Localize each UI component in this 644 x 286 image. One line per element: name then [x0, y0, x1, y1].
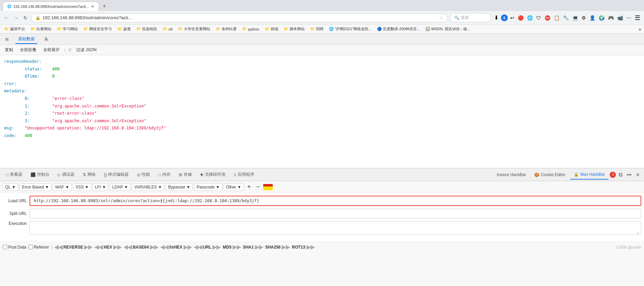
tab-raw-data[interactable]: 原始数据 [15, 35, 37, 44]
bookmark-item[interactable]: 📁招聘 [309, 26, 325, 32]
tab-console[interactable]: ⬛ 控制台 [27, 170, 53, 180]
tab-insane-hackbar[interactable]: Insane HackBar [493, 170, 529, 179]
lfi-dropdown[interactable]: LFI ▼ [93, 183, 108, 191]
bypasser-dropdown[interactable]: Bypasser ▼ [166, 183, 193, 191]
tab-performance[interactable]: ◎ 性能 [133, 170, 153, 180]
nav-icon-3[interactable]: 🌐 [526, 14, 534, 22]
nav-icon-14[interactable]: ⋯ [625, 14, 632, 22]
variables-dropdown[interactable]: VARIABLES ▼ [132, 183, 164, 191]
other-dropdown[interactable]: Other ▼ [224, 183, 244, 191]
bookmark-item[interactable]: 📁ctf [161, 26, 174, 32]
tab-memory[interactable]: □ 内存 [155, 170, 174, 180]
tab-accessibility[interactable]: ✚ 无障碍环境 [197, 170, 229, 180]
base64-item[interactable]: ◀◀ BASE64 ▶▶ [124, 244, 158, 250]
tab-header[interactable]: 头 [42, 35, 51, 44]
tab-debugger[interactable]: ▷ 调试器 [54, 170, 78, 180]
nav-icon-10[interactable]: 👤 [588, 14, 596, 22]
xss-dropdown[interactable]: XSS ▼ [73, 183, 91, 191]
waf-chevron-icon: ▼ [65, 185, 69, 190]
nav-bar: ← → ↻ 🔒 192.168.146.88:8983/solr/admin/c… [0, 11, 644, 25]
profile-icon[interactable]: 6 [501, 14, 508, 21]
sha1-label: SHA1 [243, 245, 254, 250]
nav-icon-5[interactable]: ⛔ [543, 14, 551, 22]
devtools-dock-button[interactable]: ⧉ [617, 170, 624, 179]
status-val: 400 [52, 66, 60, 73]
tab-style-editor[interactable]: {} 样式编辑器 [101, 170, 132, 180]
search-bar[interactable]: 🔍 搜索 [450, 13, 491, 22]
sha256-item[interactable]: SHA256 ▶▶ [265, 244, 290, 250]
sha1-item[interactable]: SHA1 ▶▶ [243, 244, 263, 250]
rot13-item[interactable]: ROT13 ▶▶ [292, 244, 315, 250]
reverse-item[interactable]: ◀◀ REVERSE ▶▶ [54, 244, 92, 250]
nav-icon-12[interactable]: 🎮 [607, 14, 615, 22]
bookmark-item[interactable]: 📁比赛网站 [29, 26, 53, 32]
downloads-icon[interactable]: ⬇ [493, 13, 500, 22]
bookmark-item[interactable]: 📁各种比赛 [214, 26, 238, 32]
bookmark-item[interactable]: 🪟MSDN, 我告诉你 - 做... [424, 26, 471, 32]
bookmark-item[interactable]: 🌐"护网2021"网络攻防... [328, 26, 373, 32]
bookmark-item[interactable]: 📁漏洞平台 [3, 26, 26, 32]
bookmark-item[interactable]: 📁python [241, 26, 261, 32]
nav-icon-8[interactable]: 💻 [571, 14, 579, 22]
json-item-0: 0: "error-class" [4, 95, 640, 103]
devtools-close-button[interactable]: ✕ [634, 171, 641, 179]
add-button[interactable]: + [245, 183, 253, 191]
tab-cookie-editor[interactable]: 🍪 Cookie Editor [531, 170, 569, 179]
tab-application[interactable]: ⁞⁞ 应用程序 [230, 170, 258, 180]
devtools-more-button[interactable]: ••• [625, 171, 633, 179]
bookmark-item[interactable]: 📁前端 [264, 26, 280, 32]
nav-icon-2[interactable]: 🔴 [517, 14, 525, 22]
menu-icon[interactable]: ☰ [634, 13, 641, 23]
bookmark-item[interactable]: 📁学习网站 [56, 26, 79, 32]
bookmark-item[interactable]: 📁应急响应 [135, 26, 159, 32]
bookmark-item[interactable]: 📁渗透 [116, 26, 132, 32]
post-data-checkbox[interactable] [3, 245, 7, 249]
filter-json[interactable]: 过滤 JSON [74, 46, 98, 54]
nav-icon-13[interactable]: 📹 [616, 14, 624, 22]
referrer-checkbox[interactable] [28, 245, 33, 249]
md5-item[interactable]: MD5 ▶▶ [223, 244, 241, 250]
nav-icon-7[interactable]: 🔧 [562, 14, 570, 22]
tab-bar: 🌐 192.168.146.88:8983/solr/admin/cores?a… [0, 0, 644, 11]
back-button[interactable]: ← [3, 14, 10, 22]
collapse-all-button[interactable]: 全部折叠 [18, 46, 38, 54]
waf-dropdown[interactable]: WAF ▼ [53, 183, 72, 191]
tab-storage[interactable]: ⊞ 存储 [175, 170, 195, 180]
nav-icon-6[interactable]: 📋 [553, 14, 561, 22]
address-bar[interactable]: 🔒 192.168.146.88:8983/solr/admin/cores?a… [31, 13, 448, 22]
tab-max-hackbar[interactable]: 🔒 Max HackBar [570, 170, 608, 180]
sql-dropdown[interactable]: QL ▼ [3, 183, 18, 191]
flag-icon[interactable] [263, 184, 273, 190]
remove-button[interactable]: − [254, 183, 262, 191]
more-bookmarks-icon[interactable]: » [639, 26, 641, 32]
split-url-field[interactable] [30, 209, 641, 218]
refresh-button[interactable]: ↻ [22, 14, 29, 22]
bookmark-item[interactable]: 📁网络安全学习 [82, 26, 113, 32]
tab-n[interactable]: N [3, 36, 11, 43]
expand-all-button[interactable]: 全部展开 [41, 46, 62, 54]
nav-icon-4[interactable]: 🛡 [535, 14, 542, 22]
oxhex-item[interactable]: ◀◀ 0xHEX ▶▶ [160, 244, 192, 250]
base64-left-arrow-icon: ◀◀ [124, 244, 132, 250]
bookmark-item[interactable]: 🔵百度翻译-200种语言... [376, 26, 421, 32]
post-data-label: Post Data [8, 245, 26, 250]
ldap-dropdown[interactable]: LDAP ▼ [110, 183, 130, 191]
nav-icon-9[interactable]: ⚙ [581, 14, 587, 22]
browser-tab[interactable]: 🌐 192.168.146.88:8983/solr/admin/cores?a… [3, 2, 99, 11]
bookmark-item[interactable]: 📁大学生竞赛网站 [177, 26, 212, 32]
hex-item[interactable]: ◀◀ HEX ▶▶ [94, 244, 121, 250]
load-url-input[interactable] [30, 196, 641, 206]
nav-icon-11[interactable]: 🌍 [598, 14, 606, 22]
execution-input[interactable] [30, 221, 641, 235]
nav-icon-1[interactable]: ↩ [509, 14, 515, 22]
inspector-icon: □ [6, 172, 9, 177]
copy-button[interactable]: 复制 [3, 46, 15, 54]
url-item[interactable]: ◀◀ URL ▶▶ [194, 244, 221, 250]
passcode-dropdown[interactable]: Passcode ▼ [194, 183, 222, 191]
tab-inspector[interactable]: □ 查看器 [3, 170, 26, 180]
forward-button[interactable]: → [12, 14, 20, 22]
bookmark-item[interactable]: 📁脚本网站 [282, 26, 306, 32]
error-based-dropdown[interactable]: Error Based ▼ [20, 183, 51, 191]
tab-network[interactable]: ⇅ 网络 [79, 170, 99, 180]
ldap-chevron-icon: ▼ [124, 185, 128, 190]
